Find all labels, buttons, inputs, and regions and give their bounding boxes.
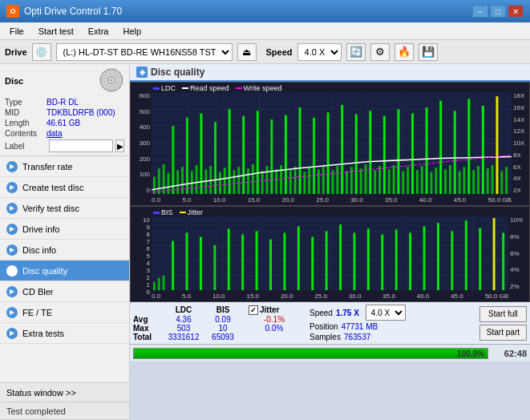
status-window-button[interactable]: Status window >>	[0, 383, 129, 402]
stats-grid: LDC BIS ✓ Jitter Avg 4.36 0.09 -0.1% Max	[133, 305, 300, 341]
position-value: 47731 MB	[342, 322, 378, 331]
header-ldc: LDC	[162, 305, 205, 315]
menu-extra[interactable]: Extra	[82, 25, 115, 38]
menu-help[interactable]: Help	[116, 25, 148, 38]
contents-key: Contents	[5, 129, 47, 138]
svg-rect-45	[280, 165, 282, 194]
svg-rect-75	[421, 166, 423, 194]
start-full-button[interactable]: Start full	[479, 306, 527, 322]
refresh-button[interactable]: 🔄	[346, 43, 366, 61]
drive-icon-btn[interactable]: 💿	[32, 43, 51, 61]
sidebar-item-disc-quality[interactable]: ▶ Disc quality	[0, 260, 129, 281]
burn-button[interactable]: 🔥	[394, 43, 414, 61]
label-go-button[interactable]: ▶	[115, 139, 124, 152]
minimize-button[interactable]: −	[472, 5, 488, 18]
sidebar-item-cd-bler[interactable]: ▶ CD Bler	[0, 281, 129, 302]
maximize-button[interactable]: □	[490, 5, 506, 18]
svg-rect-88	[482, 106, 484, 194]
bis-chart: BIS Jitter 109876543210 10%8%6%4%2%	[130, 206, 530, 302]
samples-label: Samples	[310, 333, 341, 341]
menu-file[interactable]: File	[3, 25, 30, 38]
save-button[interactable]: 💾	[419, 43, 438, 61]
svg-rect-46	[285, 115, 287, 194]
svg-rect-43	[270, 119, 273, 194]
svg-rect-83	[459, 171, 461, 194]
svg-rect-127	[395, 229, 398, 290]
sidebar-item-create-test-disc[interactable]: ▶ Create test disc	[0, 177, 129, 198]
svg-rect-126	[381, 234, 383, 290]
length-value: 46.61 GB	[47, 119, 80, 127]
extra-tests-icon: ▶	[6, 328, 18, 339]
disc-visual-icon	[99, 67, 124, 93]
start-part-button[interactable]: Start part	[479, 325, 527, 341]
settings-button[interactable]: ⚙	[370, 43, 390, 61]
svg-rect-112	[186, 232, 188, 290]
svg-rect-25	[186, 118, 188, 194]
nav-label-fe-te: FE / TE	[22, 308, 52, 317]
progress-fill	[134, 349, 488, 358]
svg-rect-67	[383, 116, 386, 194]
max-label: Max	[133, 324, 162, 333]
svg-rect-128	[409, 232, 411, 290]
svg-rect-89	[487, 168, 489, 194]
svg-rect-47	[289, 170, 292, 194]
eject-button[interactable]: ⏏	[237, 43, 257, 61]
svg-rect-18	[153, 177, 156, 194]
legend-bis: BIS	[161, 208, 173, 216]
sidebar-item-transfer-rate[interactable]: ▶ Transfer rate	[0, 156, 129, 177]
svg-rect-86	[472, 170, 475, 194]
svg-rect-24	[181, 167, 184, 194]
svg-rect-72	[407, 167, 409, 194]
nav-label-cd-bler: CD Bler	[22, 287, 54, 297]
svg-rect-123	[339, 224, 342, 290]
sidebar-item-drive-info[interactable]: ▶ Drive info	[0, 219, 129, 240]
svg-rect-134	[493, 218, 496, 290]
sidebar-item-disc-info[interactable]: ▶ Disc info	[0, 240, 129, 260]
nav-label-extra-tests: Extra tests	[22, 329, 64, 338]
ldc-chart: LDC Read speed Write speed 6005004003002…	[130, 82, 530, 206]
svg-rect-69	[393, 165, 395, 194]
svg-rect-122	[326, 231, 328, 290]
action-buttons: Start full Start part	[479, 306, 527, 341]
chart1-y-labels-right: 18X16X14X12X10X8X6X4X2X	[512, 92, 529, 194]
max-jitter: 0.0%	[249, 324, 300, 333]
svg-rect-41	[261, 171, 264, 194]
jitter-checkbox[interactable]: ✓	[249, 305, 258, 315]
contents-value[interactable]: data	[47, 129, 62, 138]
speed-combo-select[interactable]: 4.0 X	[366, 305, 406, 321]
stats-section: LDC BIS ✓ Jitter Avg 4.36 0.09 -0.1% Max	[130, 302, 530, 344]
drive-select[interactable]: (L:) HL-DT-ST BD-RE WH16NS58 TST4	[56, 43, 233, 61]
legend-ldc: LDC	[161, 84, 176, 92]
sidebar-item-fe-te[interactable]: ▶ FE / TE	[0, 302, 129, 323]
disc-info-icon: ▶	[6, 244, 18, 256]
menu-start-test[interactable]: Start test	[32, 25, 80, 38]
type-value: BD-R DL	[47, 98, 79, 107]
legend-read-speed: Read speed	[190, 84, 229, 92]
progress-area: 100.0% 62:48	[130, 344, 530, 361]
label-input[interactable]	[49, 139, 113, 152]
sidebar-item-verify-test-disc[interactable]: ▶ Verify test disc	[0, 198, 129, 219]
svg-rect-19	[158, 168, 160, 194]
drive-label: Drive	[5, 47, 27, 57]
chart1-y-labels: 6005004003002001000	[131, 92, 152, 194]
sidebar-item-extra-tests[interactable]: ▶ Extra tests	[0, 323, 129, 344]
svg-rect-85	[467, 99, 470, 194]
svg-rect-52	[313, 118, 315, 194]
drive-bar: Drive 💿 (L:) HL-DT-ST BD-RE WH16NS58 TST…	[0, 40, 530, 64]
menu-bar: File Start test Extra Help	[0, 22, 530, 40]
disc-info-table: Type BD-R DL MID TDKBLDRFB (000) Length …	[5, 98, 124, 152]
svg-rect-31	[214, 122, 216, 194]
fe-te-icon: ▶	[6, 307, 18, 318]
progress-percentage: 100.0%	[457, 349, 484, 358]
app-title: Opti Drive Control 1.70	[24, 6, 122, 17]
speed-select[interactable]: 4.0 X	[297, 43, 342, 61]
svg-rect-32	[219, 172, 221, 194]
cd-bler-icon: ▶	[6, 286, 18, 297]
svg-rect-113	[200, 237, 202, 290]
app-icon: O	[6, 5, 19, 18]
svg-rect-38	[247, 168, 249, 194]
close-button[interactable]: ✕	[508, 5, 524, 18]
nav-items: ▶ Transfer rate ▶ Create test disc ▶ Ver…	[0, 156, 129, 382]
avg-label: Avg	[133, 315, 162, 324]
chart2-legend: BIS Jitter	[153, 208, 203, 216]
